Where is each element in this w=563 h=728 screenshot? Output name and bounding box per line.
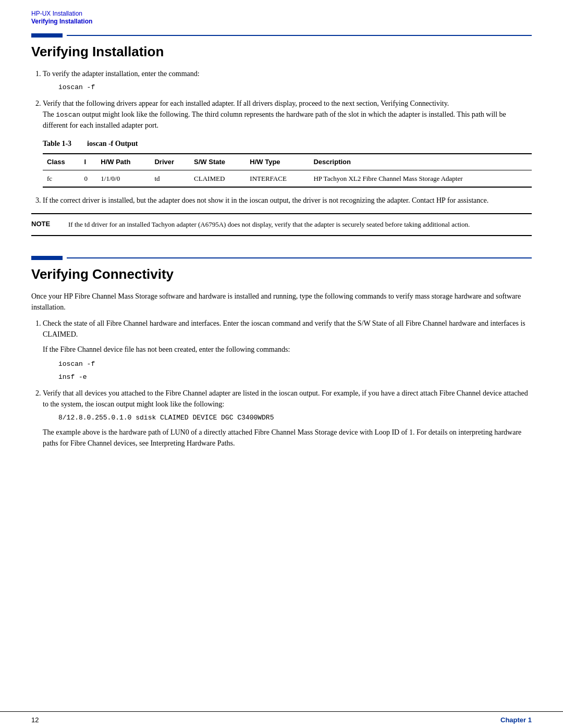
footer-page-number: 12 [31, 716, 39, 724]
footer: 12 Chapter 1 [0, 711, 563, 728]
table-header-row: Class I H/W Path Driver S/W State H/W Ty… [43, 154, 532, 170]
step3: If the correct driver is installed, but … [43, 195, 532, 206]
step1: To verify the adapter installation, ente… [43, 68, 532, 93]
table-label: Table 1-3 [43, 138, 71, 149]
section2-step2-text: Verify that all devices you attached to … [43, 389, 528, 408]
step3-text: If the correct driver is installed, but … [43, 196, 488, 204]
cell-hwpath: 1/1/0/0 [96, 170, 150, 187]
section2-step2-post: The example above is the hardware path o… [43, 427, 532, 449]
cell-driver: td [150, 170, 190, 187]
step2-code-inline: ioscan [56, 111, 80, 119]
cell-i: 0 [80, 170, 97, 187]
col-swstate: S/W State [190, 154, 246, 170]
section1-content: To verify the adapter installation, ente… [31, 68, 532, 243]
section2-step1-subtext: If the Fibre Channel device file has not… [43, 344, 532, 355]
section2-title: Verifying Connectivity [31, 266, 532, 282]
section2-content: Once your HP Fibre Channel Mass Storage … [31, 291, 532, 454]
table-caption: ioscan -f Output [87, 138, 138, 149]
section2-steps: Check the state of all Fibre Channel har… [31, 318, 532, 449]
breadcrumb-current: Verifying Installation [31, 18, 532, 25]
col-driver: Driver [150, 154, 190, 170]
note-box: NOTE If the td driver for an installed T… [31, 213, 532, 236]
divider2-line [67, 257, 532, 258]
step1-code: ioscan -f [58, 82, 532, 93]
table-heading: Table 1-3 ioscan -f Output [43, 138, 532, 149]
col-description: Description [309, 154, 532, 170]
col-hwpath: H/W Path [96, 154, 150, 170]
step1-text: To verify the adapter installation, ente… [43, 70, 200, 78]
note-text: If the td driver for an installed Tachyo… [68, 219, 532, 230]
section2-step1-code2: insf -e [58, 372, 532, 382]
footer-chapter-label: Chapter 1 [500, 716, 532, 724]
section1-divider [31, 33, 532, 38]
ioscan-table: Class I H/W Path Driver S/W State H/W Ty… [43, 153, 532, 188]
page: HP-UX Installation Verifying Installatio… [0, 0, 563, 728]
table-row: fc 0 1/1/0/0 td CLAIMED INTERFACE HP Tac… [43, 170, 532, 187]
note-label: NOTE [31, 219, 60, 230]
cell-description: HP Tachyon XL2 Fibre Channel Mass Storag… [309, 170, 532, 187]
col-hwtype: H/W Type [246, 154, 309, 170]
divider2-blue-block [31, 256, 63, 260]
section2-intro: Once your HP Fibre Channel Mass Storage … [31, 291, 532, 313]
section2-step2-code-block: 8/12.8.0.255.0.1.0 sdisk CLAIMED DEVICE … [58, 413, 532, 423]
section1-steps: To verify the adapter installation, ente… [31, 68, 532, 206]
step2: Verify that the following drivers appear… [43, 98, 532, 188]
cell-swstate: CLAIMED [190, 170, 246, 187]
section2-step2: Verify that all devices you attached to … [43, 388, 532, 449]
breadcrumb-parent[interactable]: HP-UX Installation [31, 10, 82, 17]
col-class: Class [43, 154, 80, 170]
section2-divider [31, 256, 532, 260]
cell-hwtype: INTERFACE [246, 170, 309, 187]
step2-para: The ioscan output might look like the fo… [43, 109, 532, 131]
divider-blue-block [31, 33, 63, 38]
section2-step1: Check the state of all Fibre Channel har… [43, 318, 532, 382]
section2-step1-text: Check the state of all Fibre Channel har… [43, 319, 525, 338]
breadcrumb: HP-UX Installation Verifying Installatio… [0, 0, 563, 28]
cell-class: fc [43, 170, 80, 187]
step2-para-ioscan: The ioscan output might look like the fo… [43, 110, 506, 130]
section2-step1-code-inline: ioscan [251, 319, 270, 327]
divider-line [67, 35, 532, 36]
col-i: I [80, 154, 97, 170]
section1-title: Verifying Installation [31, 44, 532, 60]
section2-step1-code1: ioscan -f [58, 359, 532, 369]
step2-text: Verify that the following drivers appear… [43, 100, 449, 107]
section2-step2-code-inline: ioscan [96, 400, 115, 408]
